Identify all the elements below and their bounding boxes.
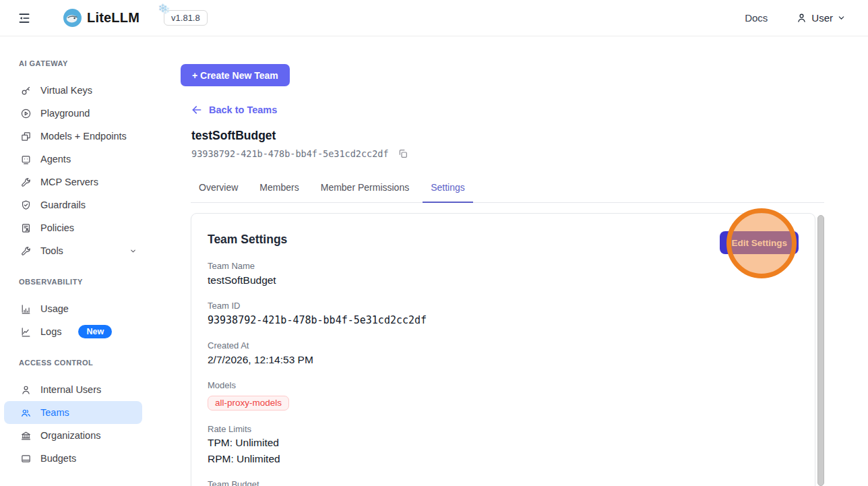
created-at-value: 2/7/2026, 12:14:53 PM — [208, 353, 799, 367]
user-menu[interactable]: User — [796, 12, 846, 24]
sidebar-item-logs[interactable]: Logs New — [0, 320, 146, 343]
menu-fold-icon[interactable] — [18, 11, 31, 25]
team-settings-card: Edit Settings Team Settings Team Name te… — [191, 213, 815, 486]
section-title: AI GATEWAY — [0, 59, 146, 67]
tab-overview[interactable]: Overview — [191, 181, 246, 203]
sidebar-item-playground[interactable]: Playground — [0, 102, 146, 125]
model-badge: all-proxy-models — [208, 396, 289, 411]
chevron-down-icon — [837, 13, 846, 22]
new-badge: New — [78, 325, 112, 338]
litellm-logo-icon — [63, 9, 82, 27]
field-team-budget: Team Budget — [208, 479, 799, 486]
bar-chart-icon — [20, 303, 32, 315]
snowflake-icon: ❄ — [158, 1, 167, 16]
sidebar-item-policies[interactable]: Policies — [0, 216, 146, 239]
team-id-value: 93938792-421b-478b-bb4f-5e31cd2cc2df — [191, 148, 389, 159]
back-to-teams-label: Back to Teams — [209, 104, 277, 115]
wrench-icon — [20, 177, 32, 188]
bank-icon — [20, 430, 32, 442]
sidebar-item-label: Budgets — [40, 453, 76, 464]
field-team-name: Team Name testSoftBudget — [208, 261, 799, 287]
field-label: Models — [208, 380, 799, 391]
sidebar-item-label: Logs — [40, 326, 61, 337]
shield-check-icon — [20, 200, 32, 211]
team-name-value: testSoftBudget — [208, 274, 799, 287]
key-icon — [20, 85, 32, 96]
header-right: Docs User — [745, 12, 846, 24]
credit-card-icon — [20, 453, 32, 464]
robot-icon — [20, 154, 32, 165]
sidebar-item-label: Policies — [40, 222, 74, 233]
sidebar-item-tools[interactable]: Tools — [0, 239, 146, 262]
sidebar-item-mcp-servers[interactable]: MCP Servers — [0, 171, 146, 193]
sidebar-section-ai-gateway: AI GATEWAY Virtual Keys Playground — [0, 59, 146, 262]
sidebar-item-label: Agents — [40, 154, 71, 164]
top-header: LiteLLM ❄ v1.81.8 Docs User — [0, 0, 868, 36]
litellm-logo[interactable]: LiteLLM — [63, 9, 140, 27]
brand-name: LiteLLM — [87, 10, 140, 26]
create-new-team-button[interactable]: + Create New Team — [181, 64, 290, 86]
field-models: Models all-proxy-models — [208, 380, 799, 411]
field-rate-limits: Rate Limits TPM: Unlimited RPM: Unlimite… — [208, 424, 799, 467]
field-created-at: Created At 2/7/2026, 12:14:53 PM — [208, 340, 799, 367]
team-icon — [20, 407, 32, 419]
docs-link[interactable]: Docs — [745, 12, 768, 24]
sidebar-item-label: MCP Servers — [40, 177, 98, 187]
sidebar-item-agents[interactable]: Agents — [0, 148, 146, 171]
user-icon — [796, 12, 807, 24]
tpm-value: TPM: Unlimited — [208, 435, 799, 451]
blocks-icon — [20, 131, 32, 142]
tab-members[interactable]: Members — [251, 181, 307, 203]
sidebar-item-label: Internal Users — [40, 384, 101, 395]
sidebar-item-usage[interactable]: Usage — [0, 297, 146, 320]
sidebar-item-budgets[interactable]: Budgets — [0, 447, 146, 470]
team-tabs: Overview Members Member Permissions Sett… — [191, 181, 824, 203]
sidebar-item-label: Models + Endpoints — [40, 131, 127, 142]
back-to-teams-link[interactable]: Back to Teams — [191, 104, 277, 116]
user-label: User — [811, 12, 833, 24]
section-title: OBSERVABILITY — [0, 278, 146, 286]
arrow-left-icon — [191, 104, 203, 116]
field-label: Created At — [208, 340, 799, 351]
line-chart-icon — [20, 326, 32, 338]
sidebar-section-access-control: ACCESS CONTROL Internal Users Teams — [0, 359, 146, 470]
sidebar-item-models-endpoints[interactable]: Models + Endpoints — [0, 125, 146, 148]
sidebar-item-internal-users[interactable]: Internal Users — [0, 378, 146, 401]
sidebar-item-guardrails[interactable]: Guardrails — [0, 193, 146, 216]
wrench-icon — [20, 245, 32, 257]
field-label: Rate Limits — [208, 424, 799, 435]
sidebar-item-label: Virtual Keys — [40, 85, 92, 96]
tab-member-permissions[interactable]: Member Permissions — [313, 181, 417, 203]
version-badge: ❄ v1.81.8 — [164, 10, 208, 26]
user-icon — [20, 384, 32, 396]
card-scrollbar-thumb[interactable] — [817, 215, 824, 486]
sidebar-item-label: Playground — [40, 108, 90, 119]
sidebar-item-label: Guardrails — [40, 200, 86, 210]
sidebar: AI GATEWAY Virtual Keys Playground — [0, 36, 146, 486]
sidebar-item-label: Teams — [40, 407, 69, 418]
sidebar-item-label: Organizations — [40, 430, 100, 441]
version-label: v1.81.8 — [171, 13, 200, 23]
policy-file-icon — [20, 222, 32, 234]
sidebar-item-label: Usage — [40, 303, 69, 314]
section-title: ACCESS CONTROL — [0, 359, 146, 367]
page-title: testSoftBudget — [191, 129, 276, 143]
field-label: Team ID — [208, 301, 799, 311]
card-title: Team Settings — [208, 231, 799, 247]
sidebar-item-organizations[interactable]: Organizations — [0, 424, 146, 447]
team-id-row: 93938792-421b-478b-bb4f-5e31cd2cc2df — [191, 148, 408, 159]
sidebar-item-virtual-keys[interactable]: Virtual Keys — [0, 79, 146, 102]
tab-settings[interactable]: Settings — [423, 181, 473, 203]
sidebar-item-label: Tools — [40, 245, 63, 256]
sidebar-section-observability: OBSERVABILITY Usage Logs New — [0, 278, 146, 343]
copy-icon[interactable] — [398, 148, 408, 159]
edit-settings-button[interactable]: Edit Settings — [720, 231, 799, 254]
sidebar-item-teams[interactable]: Teams — [4, 401, 142, 424]
field-label: Team Budget — [208, 479, 799, 486]
play-circle-icon — [20, 108, 32, 119]
rpm-value: RPM: Unlimited — [208, 451, 799, 467]
chevron-down-icon — [129, 247, 137, 255]
field-label: Team Name — [208, 261, 799, 272]
team-id-value: 93938792-421b-478b-bb4f-5e31cd2cc2df — [208, 313, 799, 327]
field-team-id: Team ID 93938792-421b-478b-bb4f-5e31cd2c… — [208, 301, 799, 327]
